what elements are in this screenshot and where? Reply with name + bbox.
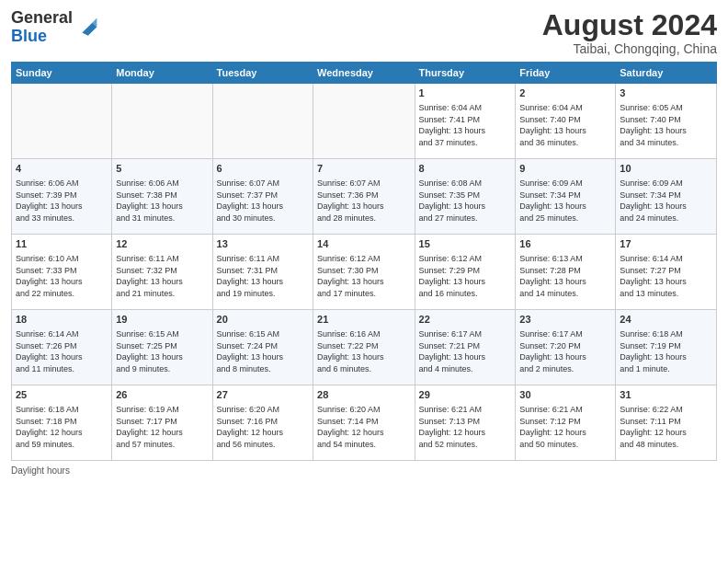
calendar-cell: 23Sunrise: 6:17 AMSunset: 7:20 PMDayligh… <box>516 310 616 385</box>
calendar-cell: 2Sunrise: 6:04 AMSunset: 7:40 PMDaylight… <box>516 84 616 159</box>
day-info: Sunrise: 6:11 AMSunset: 7:32 PMDaylight:… <box>116 253 208 299</box>
day-number: 27 <box>217 388 309 403</box>
day-number: 23 <box>519 313 611 327</box>
calendar-cell: 25Sunrise: 6:18 AMSunset: 7:18 PMDayligh… <box>12 385 112 461</box>
main-container: General Blue August 2024 Taibai, Chongqi… <box>0 0 728 563</box>
week-row-4: 18Sunrise: 6:14 AMSunset: 7:26 PMDayligh… <box>12 310 717 385</box>
footer-note: Daylight hours <box>11 465 717 476</box>
day-number: 18 <box>16 313 108 327</box>
day-number: 9 <box>519 162 611 177</box>
day-info: Sunrise: 6:09 AMSunset: 7:34 PMDaylight:… <box>519 178 611 224</box>
day-info: Sunrise: 6:09 AMSunset: 7:34 PMDaylight:… <box>620 178 712 224</box>
weekday-monday: Monday <box>112 63 212 84</box>
day-info: Sunrise: 6:07 AMSunset: 7:37 PMDaylight:… <box>217 178 309 224</box>
day-number: 28 <box>317 388 410 403</box>
calendar-cell: 6Sunrise: 6:07 AMSunset: 7:37 PMDaylight… <box>212 159 313 235</box>
week-row-5: 25Sunrise: 6:18 AMSunset: 7:18 PMDayligh… <box>12 385 717 461</box>
calendar-cell: 15Sunrise: 6:12 AMSunset: 7:29 PMDayligh… <box>415 235 516 310</box>
calendar-cell: 24Sunrise: 6:18 AMSunset: 7:19 PMDayligh… <box>616 310 717 385</box>
calendar-cell <box>313 84 415 159</box>
calendar-cell: 29Sunrise: 6:21 AMSunset: 7:13 PMDayligh… <box>415 385 516 461</box>
day-info: Sunrise: 6:12 AMSunset: 7:29 PMDaylight:… <box>419 253 512 299</box>
calendar-cell: 11Sunrise: 6:10 AMSunset: 7:33 PMDayligh… <box>12 235 112 310</box>
weekday-sunday: Sunday <box>12 63 112 84</box>
logo-general: General <box>11 8 73 27</box>
day-info: Sunrise: 6:18 AMSunset: 7:18 PMDaylight:… <box>16 404 108 450</box>
weekday-tuesday: Tuesday <box>212 63 313 84</box>
calendar-cell: 16Sunrise: 6:13 AMSunset: 7:28 PMDayligh… <box>516 235 616 310</box>
calendar-cell: 30Sunrise: 6:21 AMSunset: 7:12 PMDayligh… <box>516 385 616 461</box>
day-info: Sunrise: 6:18 AMSunset: 7:19 PMDaylight:… <box>620 328 712 374</box>
day-info: Sunrise: 6:08 AMSunset: 7:35 PMDaylight:… <box>419 178 512 224</box>
day-number: 10 <box>620 162 712 177</box>
day-number: 22 <box>419 313 512 327</box>
calendar-cell: 22Sunrise: 6:17 AMSunset: 7:21 PMDayligh… <box>415 310 516 385</box>
calendar-cell: 12Sunrise: 6:11 AMSunset: 7:32 PMDayligh… <box>112 235 212 310</box>
logo-text-block: General Blue <box>11 9 73 46</box>
logo: General Blue <box>11 9 98 46</box>
calendar-cell: 21Sunrise: 6:16 AMSunset: 7:22 PMDayligh… <box>313 310 415 385</box>
calendar-cell: 18Sunrise: 6:14 AMSunset: 7:26 PMDayligh… <box>12 310 112 385</box>
day-info: Sunrise: 6:10 AMSunset: 7:33 PMDaylight:… <box>16 253 108 299</box>
day-number: 6 <box>217 162 309 177</box>
day-info: Sunrise: 6:15 AMSunset: 7:25 PMDaylight:… <box>116 328 208 374</box>
day-info: Sunrise: 6:12 AMSunset: 7:30 PMDaylight:… <box>317 253 410 299</box>
header: General Blue August 2024 Taibai, Chongqi… <box>11 9 717 56</box>
logo-blue: Blue <box>11 27 47 45</box>
logo-icon <box>76 17 98 39</box>
day-info: Sunrise: 6:06 AMSunset: 7:38 PMDaylight:… <box>116 178 208 224</box>
weekday-header-row: SundayMondayTuesdayWednesdayThursdayFrid… <box>12 63 717 84</box>
day-number: 29 <box>419 388 512 403</box>
calendar-cell: 17Sunrise: 6:14 AMSunset: 7:27 PMDayligh… <box>616 235 717 310</box>
day-number: 4 <box>16 162 108 177</box>
calendar-cell: 8Sunrise: 6:08 AMSunset: 7:35 PMDaylight… <box>415 159 516 235</box>
calendar-cell: 31Sunrise: 6:22 AMSunset: 7:11 PMDayligh… <box>616 385 717 461</box>
daylight-hours-label: Daylight hours <box>11 465 70 476</box>
day-info: Sunrise: 6:20 AMSunset: 7:14 PMDaylight:… <box>317 404 410 450</box>
day-number: 20 <box>217 313 309 327</box>
day-info: Sunrise: 6:22 AMSunset: 7:11 PMDaylight:… <box>620 404 712 450</box>
title-block: August 2024 Taibai, Chongqing, China <box>542 9 717 56</box>
day-number: 15 <box>419 237 512 252</box>
day-info: Sunrise: 6:19 AMSunset: 7:17 PMDaylight:… <box>116 404 208 450</box>
day-number: 21 <box>317 313 410 327</box>
day-info: Sunrise: 6:16 AMSunset: 7:22 PMDaylight:… <box>317 328 410 374</box>
weekday-thursday: Thursday <box>415 63 516 84</box>
day-info: Sunrise: 6:13 AMSunset: 7:28 PMDaylight:… <box>519 253 611 299</box>
day-number: 12 <box>116 237 208 252</box>
calendar-cell: 13Sunrise: 6:11 AMSunset: 7:31 PMDayligh… <box>212 235 313 310</box>
day-number: 17 <box>620 237 712 252</box>
calendar-cell: 28Sunrise: 6:20 AMSunset: 7:14 PMDayligh… <box>313 385 415 461</box>
day-info: Sunrise: 6:07 AMSunset: 7:36 PMDaylight:… <box>317 178 410 224</box>
day-info: Sunrise: 6:21 AMSunset: 7:13 PMDaylight:… <box>419 404 512 450</box>
weekday-saturday: Saturday <box>616 63 717 84</box>
day-info: Sunrise: 6:17 AMSunset: 7:21 PMDaylight:… <box>419 328 512 374</box>
day-number: 14 <box>317 237 410 252</box>
day-number: 31 <box>620 388 712 403</box>
location: Taibai, Chongqing, China <box>542 41 717 56</box>
day-info: Sunrise: 6:14 AMSunset: 7:26 PMDaylight:… <box>16 328 108 374</box>
day-info: Sunrise: 6:05 AMSunset: 7:40 PMDaylight:… <box>620 102 712 148</box>
week-row-1: 1Sunrise: 6:04 AMSunset: 7:41 PMDaylight… <box>12 84 717 159</box>
weekday-wednesday: Wednesday <box>313 63 415 84</box>
day-number: 25 <box>16 388 108 403</box>
day-info: Sunrise: 6:15 AMSunset: 7:24 PMDaylight:… <box>217 328 309 374</box>
weekday-friday: Friday <box>516 63 616 84</box>
day-info: Sunrise: 6:04 AMSunset: 7:41 PMDaylight:… <box>419 102 512 148</box>
day-number: 2 <box>519 86 611 101</box>
day-info: Sunrise: 6:20 AMSunset: 7:16 PMDaylight:… <box>217 404 309 450</box>
calendar-cell <box>12 84 112 159</box>
day-info: Sunrise: 6:14 AMSunset: 7:27 PMDaylight:… <box>620 253 712 299</box>
calendar-cell <box>112 84 212 159</box>
day-number: 30 <box>519 388 611 403</box>
month-year: August 2024 <box>542 9 717 41</box>
day-number: 11 <box>16 237 108 252</box>
calendar-cell: 10Sunrise: 6:09 AMSunset: 7:34 PMDayligh… <box>616 159 717 235</box>
day-info: Sunrise: 6:21 AMSunset: 7:12 PMDaylight:… <box>519 404 611 450</box>
calendar-cell: 27Sunrise: 6:20 AMSunset: 7:16 PMDayligh… <box>212 385 313 461</box>
calendar-cell: 14Sunrise: 6:12 AMSunset: 7:30 PMDayligh… <box>313 235 415 310</box>
day-info: Sunrise: 6:11 AMSunset: 7:31 PMDaylight:… <box>217 253 309 299</box>
day-number: 16 <box>519 237 611 252</box>
calendar-cell: 1Sunrise: 6:04 AMSunset: 7:41 PMDaylight… <box>415 84 516 159</box>
calendar-cell: 26Sunrise: 6:19 AMSunset: 7:17 PMDayligh… <box>112 385 212 461</box>
